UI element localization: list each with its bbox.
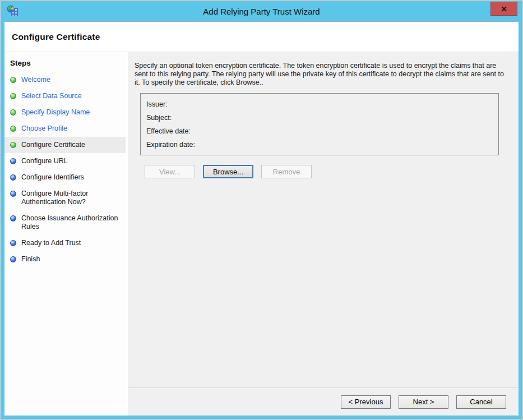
step-label: Specify Display Name — [21, 108, 90, 117]
title-bar[interactable]: Add Relying Party Trust Wizard ✕ — [4, 1, 519, 21]
step-done-icon — [10, 126, 16, 132]
step-label: Finish — [21, 255, 40, 264]
sidebar-item-finish: Finish — [4, 251, 126, 267]
previous-button[interactable]: < Previous — [341, 395, 391, 409]
step-label: Choose Issuance Authorization Rules — [21, 214, 123, 231]
next-button[interactable]: Next > — [399, 395, 448, 409]
wizard-content: Configure Certificate Steps Welcome Sele… — [4, 21, 519, 416]
window-frame: Add Relying Party Trust Wizard ✕ Configu… — [0, 0, 523, 420]
view-button: View... — [145, 165, 195, 178]
step-label: Configure Identifiers — [21, 173, 84, 182]
effective-date-label: Effective date: — [146, 124, 191, 138]
sidebar-item-choose-issuance-rules: Choose Issuance Authorization Rules — [4, 210, 126, 235]
browse-button[interactable]: Browse... — [203, 165, 253, 178]
sidebar-item-select-data-source[interactable]: Select Data Source — [4, 88, 126, 104]
step-pending-icon — [10, 240, 16, 246]
wizard-window: Add Relying Party Trust Wizard ✕ Configu… — [1, 1, 522, 419]
step-label: Choose Profile — [21, 124, 67, 133]
page-header: Configure Certificate — [4, 22, 519, 52]
cancel-button[interactable]: Cancel — [456, 395, 506, 409]
sidebar-item-welcome[interactable]: Welcome — [4, 72, 126, 88]
steps-sidebar: Steps Welcome Select Data Source Specify… — [4, 52, 126, 416]
certificate-actions: View... Browse... Remove — [145, 165, 519, 178]
sidebar-item-configure-mfa: Configure Multi-factor Authentication No… — [4, 186, 126, 210]
expiration-date-label: Expiration date: — [146, 138, 195, 151]
step-pending-icon — [10, 174, 16, 181]
sidebar-item-configure-url: Configure URL — [4, 153, 126, 169]
window-title: Add Relying Party Trust Wizard — [4, 7, 519, 16]
subject-label: Subject: — [146, 111, 172, 124]
step-pending-icon — [10, 158, 16, 164]
step-label: Configure Multi-factor Authentication No… — [21, 190, 123, 206]
certificate-info-box: Issuer: Subject: Effective date: Ex — [140, 93, 499, 155]
step-current-icon — [10, 142, 16, 148]
issuer-label: Issuer: — [146, 98, 168, 111]
step-label: Select Data Source — [21, 92, 82, 100]
wizard-footer: < Previous Next > Cancel — [128, 387, 519, 416]
step-label: Welcome — [21, 76, 50, 84]
step-pending-icon — [10, 215, 16, 221]
sidebar-item-specify-display-name[interactable]: Specify Display Name — [4, 104, 126, 121]
steps-heading: Steps — [4, 56, 126, 72]
sidebar-item-choose-profile[interactable]: Choose Profile — [4, 121, 126, 137]
step-done-icon — [10, 109, 16, 116]
main-panel: Specify an optional token encryption cer… — [128, 52, 519, 416]
step-pending-icon — [10, 256, 16, 262]
step-done-icon — [10, 93, 16, 99]
step-done-icon — [10, 77, 16, 83]
sidebar-item-configure-certificate: Configure Certificate — [4, 137, 126, 153]
close-button[interactable]: ✕ — [490, 2, 517, 16]
page-title: Configure Certificate — [12, 32, 100, 42]
step-label: Configure Certificate — [21, 141, 85, 149]
sidebar-item-ready-to-add-trust: Ready to Add Trust — [4, 235, 126, 251]
step-label: Configure URL — [21, 157, 68, 165]
close-icon: ✕ — [501, 4, 507, 13]
page-description: Specify an optional token encryption cer… — [135, 62, 506, 87]
step-label: Ready to Add Trust — [21, 239, 81, 247]
remove-button: Remove — [261, 165, 312, 178]
sidebar-item-configure-identifiers: Configure Identifiers — [4, 169, 126, 186]
step-pending-icon — [10, 191, 16, 197]
